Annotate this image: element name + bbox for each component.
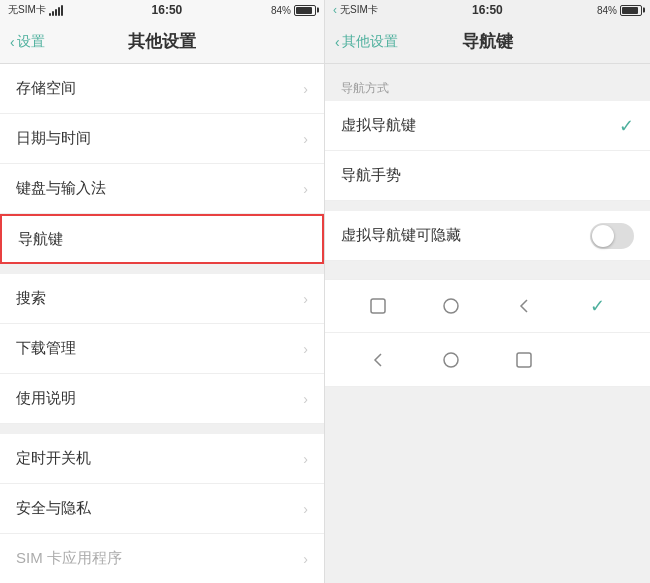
- menu-item-keyboard-label: 键盘与输入法: [16, 179, 106, 198]
- right-toggle-label: 虚拟导航键可隐藏: [341, 226, 461, 245]
- right-panel: ‹ 无SIM卡 16:50 84% ‹ 其他设置 导航键 导航方式 虚拟导航键 …: [325, 0, 650, 583]
- square-icon-2: [513, 349, 535, 371]
- right-carrier: 无SIM卡: [340, 3, 378, 17]
- svg-point-2: [444, 353, 458, 367]
- right-page-title: 导航键: [462, 30, 513, 53]
- circle-icon: [440, 295, 462, 317]
- menu-item-keyboard[interactable]: 键盘与输入法 ›: [0, 164, 324, 214]
- right-chevron-icon: ‹: [335, 34, 340, 50]
- chevron-icon-simapp: ›: [303, 551, 308, 567]
- circle-icon-2: [440, 349, 462, 371]
- chevron-icon-instructions: ›: [303, 391, 308, 407]
- menu-item-instructions[interactable]: 使用说明 ›: [0, 374, 324, 424]
- menu-item-download[interactable]: 下载管理 ›: [0, 324, 324, 374]
- icon-checkmark-1[interactable]: ✓: [583, 292, 611, 320]
- left-status-bar: 无SIM卡 16:50 84%: [0, 0, 324, 20]
- menu-item-datetime[interactable]: 日期与时间 ›: [0, 114, 324, 164]
- left-battery-icon: [294, 5, 316, 16]
- left-menu-section-3: 定时开关机 › 安全与隐私 › SIM 卡应用程序 › 辅助功能 ›: [0, 434, 324, 583]
- nav-section-label: 导航方式: [325, 72, 650, 101]
- menu-item-navbar-label: 导航键: [18, 230, 63, 249]
- svg-point-1: [444, 299, 458, 313]
- chevron-icon-search: ›: [303, 291, 308, 307]
- right-back-label: 其他设置: [342, 33, 398, 51]
- icon-square-1[interactable]: [364, 292, 392, 320]
- left-chevron-icon: ‹: [10, 34, 15, 50]
- right-chevron-small: ‹: [333, 3, 337, 17]
- right-status-right: 84%: [597, 5, 642, 16]
- right-status-bar: ‹ 无SIM卡 16:50 84%: [325, 0, 650, 20]
- chevron-icon-security: ›: [303, 501, 308, 517]
- right-toggle-item[interactable]: 虚拟导航键可隐藏: [325, 211, 650, 261]
- menu-item-datetime-label: 日期与时间: [16, 129, 91, 148]
- chevron-icon-download: ›: [303, 341, 308, 357]
- icon-circle-1[interactable]: [437, 292, 465, 320]
- chevron-icon-schedule: ›: [303, 451, 308, 467]
- icon-triangle-left-2[interactable]: [364, 346, 392, 374]
- left-page-title: 其他设置: [128, 30, 196, 53]
- chevron-icon-keyboard: ›: [303, 181, 308, 197]
- icon-circle-2[interactable]: [437, 346, 465, 374]
- right-nav-bar: ‹ 其他设置 导航键: [325, 20, 650, 64]
- menu-item-simapp: SIM 卡应用程序 ›: [0, 534, 324, 583]
- left-panel: 无SIM卡 16:50 84% ‹ 设置 其他设置: [0, 0, 325, 583]
- right-gesture-nav[interactable]: 导航手势: [325, 151, 650, 201]
- right-gesture-nav-label: 导航手势: [341, 166, 401, 185]
- menu-item-storage-label: 存储空间: [16, 79, 76, 98]
- left-battery-pct: 84%: [271, 5, 291, 16]
- svg-rect-3: [517, 353, 531, 367]
- menu-item-security-label: 安全与隐私: [16, 499, 91, 518]
- toggle-switch[interactable]: [590, 223, 634, 249]
- row1-check-icon: ✓: [590, 295, 605, 317]
- right-separator-2: [325, 261, 650, 271]
- menu-item-simapp-label: SIM 卡应用程序: [16, 549, 122, 568]
- chevron-icon-storage: ›: [303, 81, 308, 97]
- left-status-left: 无SIM卡: [8, 3, 63, 17]
- menu-item-download-label: 下载管理: [16, 339, 76, 358]
- nav-icons-row-1: ✓: [325, 279, 650, 333]
- left-back-button[interactable]: ‹ 设置: [10, 33, 45, 51]
- left-carrier: 无SIM卡: [8, 3, 46, 17]
- menu-item-storage[interactable]: 存储空间 ›: [0, 64, 324, 114]
- menu-item-schedule[interactable]: 定时开关机 ›: [0, 434, 324, 484]
- left-back-label: 设置: [17, 33, 45, 51]
- right-content: 导航方式 虚拟导航键 ✓ 导航手势 虚拟导航键可隐藏: [325, 64, 650, 583]
- left-menu-list: 存储空间 › 日期与时间 › 键盘与输入法 › 导航键 搜索 › 下: [0, 64, 324, 583]
- chevron-icon-datetime: ›: [303, 131, 308, 147]
- icon-empty: [583, 346, 611, 374]
- left-nav-bar: ‹ 设置 其他设置: [0, 20, 324, 64]
- menu-item-search-label: 搜索: [16, 289, 46, 308]
- menu-item-security[interactable]: 安全与隐私 ›: [0, 484, 324, 534]
- virtual-nav-check: ✓: [619, 115, 634, 137]
- menu-item-search[interactable]: 搜索 ›: [0, 274, 324, 324]
- right-virtual-nav-label: 虚拟导航键: [341, 116, 416, 135]
- nav-icons-row-2: [325, 333, 650, 387]
- nav-icons-section: ✓: [325, 279, 650, 387]
- icon-triangle-left-1[interactable]: [510, 292, 538, 320]
- right-status-left: ‹ 无SIM卡: [333, 3, 378, 17]
- toggle-knob: [592, 225, 614, 247]
- right-separator-1: [325, 201, 650, 211]
- svg-rect-0: [371, 299, 385, 313]
- right-virtual-nav[interactable]: 虚拟导航键 ✓: [325, 101, 650, 151]
- square-icon: [367, 295, 389, 317]
- left-menu-section-1: 存储空间 › 日期与时间 › 键盘与输入法 › 导航键: [0, 64, 324, 264]
- menu-item-navbar[interactable]: 导航键: [0, 214, 324, 264]
- icon-square-2[interactable]: [510, 346, 538, 374]
- left-menu-section-2: 搜索 › 下载管理 › 使用说明 ›: [0, 274, 324, 424]
- right-back-button[interactable]: ‹ 其他设置: [335, 33, 398, 51]
- triangle-left-icon-2: [367, 349, 389, 371]
- menu-item-instructions-label: 使用说明: [16, 389, 76, 408]
- left-signal: [49, 4, 63, 16]
- right-battery-icon: [620, 5, 642, 16]
- left-separator-1: [0, 264, 324, 274]
- left-status-right: 84%: [271, 5, 316, 16]
- right-time: 16:50: [472, 3, 503, 17]
- left-separator-2: [0, 424, 324, 434]
- left-time: 16:50: [152, 3, 183, 17]
- triangle-left-icon: [513, 295, 535, 317]
- menu-item-schedule-label: 定时开关机: [16, 449, 91, 468]
- right-battery-pct: 84%: [597, 5, 617, 16]
